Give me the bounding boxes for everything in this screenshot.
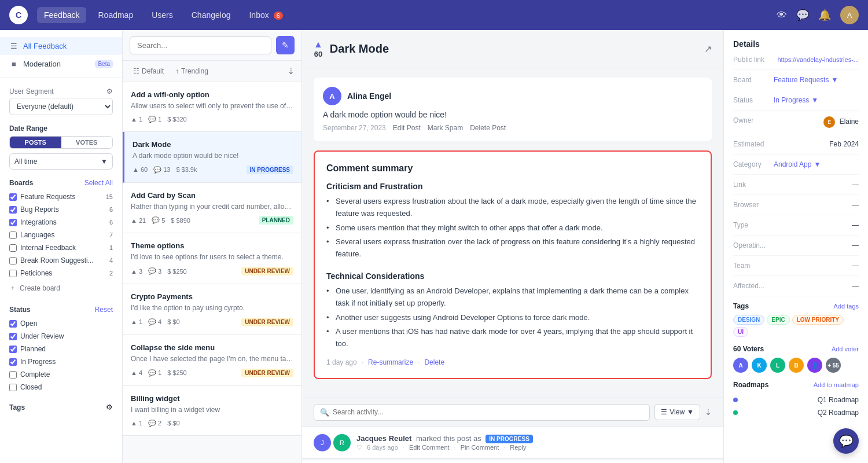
list-item[interactable]: Billing widget I want billing in a widge… (123, 386, 301, 436)
board-checkbox-feature-requests[interactable] (9, 193, 17, 201)
activity-view-button[interactable]: ☰ View ▼ (654, 404, 700, 420)
date-range-section: Date Range POSTS VOTES All time ▼ (0, 120, 122, 174)
expand-icon[interactable]: ↗ (704, 43, 712, 54)
status-checkbox-under-review[interactable] (9, 333, 17, 340)
list-item[interactable]: Collapse the side menu Once I have selec… (123, 335, 301, 386)
post-date: September 27, 2023 (323, 124, 386, 132)
list-item-title: Collapse the side menu (131, 343, 293, 352)
tag-ui[interactable]: UI (733, 327, 748, 337)
public-link-row: Public link https://vandelay-industries-… (733, 56, 859, 70)
user-segment-section: User Segment ⚙ Everyone (default) (0, 83, 122, 120)
pin-comment-button[interactable]: Pin Comment (461, 444, 499, 451)
tag-design[interactable]: DESIGN (733, 315, 764, 325)
board-checkbox-bug-reports[interactable] (9, 206, 17, 214)
tag-epic[interactable]: EPIC (767, 315, 789, 325)
voter-more: + 55 (826, 358, 841, 373)
add-tags-button[interactable]: Add tags (834, 303, 859, 310)
comments: 💬 1 (148, 369, 161, 377)
date-range-select[interactable]: All time ▼ (9, 153, 113, 170)
nav-roadmap[interactable]: Roadmap (91, 7, 140, 23)
activity-item: J R Jacques Reulet marked this post as I… (302, 427, 723, 459)
create-board-button[interactable]: ＋ Create board (9, 280, 113, 296)
bullet: Several users express frustration over t… (326, 236, 699, 260)
edit-post-button[interactable]: Edit Post (393, 124, 421, 132)
section2-title: Technical Considerations (326, 271, 699, 281)
board-checkbox-internal-feedback[interactable] (9, 244, 17, 252)
chat-icon: 💬 (839, 434, 854, 448)
tag-low-priority[interactable]: LOW PRIORITY (792, 315, 844, 325)
boards-select-all[interactable]: Select All (84, 179, 113, 187)
list-export-button[interactable]: ⇣ (288, 67, 295, 76)
bullet: Another user suggests using Android Deve… (326, 312, 699, 324)
board-checkbox-integrations[interactable] (9, 219, 17, 226)
board-checkbox-break-room[interactable] (9, 257, 17, 264)
board-row: Board Feature Requests ▼ (733, 76, 859, 90)
filter-trending-button[interactable]: ↑ Trending (172, 65, 212, 77)
chat-button[interactable]: 💬 (833, 428, 859, 454)
filter-default-button[interactable]: ☷ Default (130, 65, 167, 77)
bullet: A user mentions that iOS has had native … (326, 326, 699, 350)
list-item[interactable]: Add a wifi-only option Allow users to se… (123, 82, 301, 132)
tags-header: Tags Add tags (733, 302, 859, 310)
delete-summary-button[interactable]: Delete (424, 358, 444, 366)
list-item-meta: ▲ 3 💬 3 $ $250 UNDER REVIEW (131, 267, 293, 275)
heart-icon[interactable]: ♡ (356, 444, 362, 451)
sidebar-item-all-feedback[interactable]: ☰ All Feedback (0, 37, 122, 55)
add-voter-button[interactable]: Add voter (832, 346, 859, 352)
type-row: Type — (733, 221, 859, 236)
status-checkbox-in-progress[interactable] (9, 358, 17, 366)
list-item-meta: ▲ 1 💬 2 $ $0 (131, 420, 293, 427)
board-checkbox-languages[interactable] (9, 232, 17, 239)
comments: 💬 3 (148, 267, 161, 275)
nav-feedback[interactable]: Feedback (37, 7, 86, 23)
tags-gear-icon[interactable]: ⚙ (106, 403, 113, 411)
status-checkbox-planned[interactable] (9, 346, 17, 353)
board-dropdown[interactable]: Feature Requests ▼ (774, 76, 859, 84)
status-dropdown[interactable]: In Progress ▼ (774, 96, 859, 104)
comment-icon[interactable]: 💬 (796, 9, 809, 21)
public-link[interactable]: https://vandelay-industries-... (777, 56, 859, 63)
compose-button[interactable]: ✎ (276, 36, 295, 54)
eye-icon[interactable]: 👁 (777, 9, 787, 21)
user-segment-select[interactable]: Everyone (default) (9, 98, 113, 115)
app-logo[interactable]: C (9, 6, 28, 24)
activity-export-button[interactable]: ⇣ (705, 407, 712, 417)
list-item[interactable]: Theme options I'd love to see options fo… (123, 233, 301, 284)
status-checkbox-complete[interactable] (9, 371, 17, 379)
tab-posts[interactable]: POSTS (10, 137, 61, 148)
bell-icon[interactable]: 🔔 (818, 9, 831, 21)
re-summarize-button[interactable]: Re-summarize (368, 358, 413, 366)
category-dropdown[interactable]: Android App ▼ (774, 160, 859, 168)
tab-votes[interactable]: VOTES (61, 137, 113, 148)
add-to-roadmap-button[interactable]: Add to roadmap (814, 381, 859, 388)
board-checkbox-peticiones[interactable] (9, 270, 17, 277)
status-checkbox-open[interactable] (9, 320, 17, 328)
status-reset-button[interactable]: Reset (95, 306, 113, 314)
user-avatar[interactable]: A (840, 6, 859, 24)
mark-spam-button[interactable]: Mark Spam (428, 124, 463, 132)
delete-post-button[interactable]: Delete Post (470, 124, 506, 132)
nav-users[interactable]: Users (145, 7, 180, 23)
board-item-feature-requests: Feature Requests 15 (9, 190, 113, 203)
voter-b: B (789, 358, 804, 373)
reply-button[interactable]: Reply (510, 444, 526, 451)
nav-inbox[interactable]: Inbox 6 (242, 7, 289, 23)
link-row: Link — (733, 181, 859, 195)
list-search-input[interactable] (130, 36, 271, 54)
activity-toolbar: 🔍 ☰ View ▼ ⇣ (302, 398, 723, 427)
list-item[interactable]: Crypto Payments I'd like the option to p… (123, 284, 301, 335)
nav-changelog[interactable]: Changelog (185, 7, 238, 23)
edit-comment-button[interactable]: Edit Comment (409, 444, 450, 451)
sidebar-item-moderation[interactable]: ■ Moderation Beta (0, 55, 122, 73)
list-item[interactable]: Add Card by Scan Rather than typing in y… (123, 183, 301, 234)
gear-icon[interactable]: ⚙ (106, 87, 113, 95)
status-checkbox-closed[interactable] (9, 384, 17, 391)
list-item[interactable]: Dark Mode A dark mode option would be ni… (123, 132, 301, 183)
beta-badge: Beta (95, 60, 113, 68)
tags-section: Tags ⚙ (0, 398, 122, 416)
activity-search-input[interactable] (333, 408, 643, 416)
list-item-desc: Allow users to select wifi only to preve… (131, 101, 293, 111)
upvote-button[interactable]: ▲ (314, 39, 323, 50)
activity-badge: IN PROGRESS (486, 435, 532, 443)
boards-header: Boards Select All (9, 179, 113, 187)
